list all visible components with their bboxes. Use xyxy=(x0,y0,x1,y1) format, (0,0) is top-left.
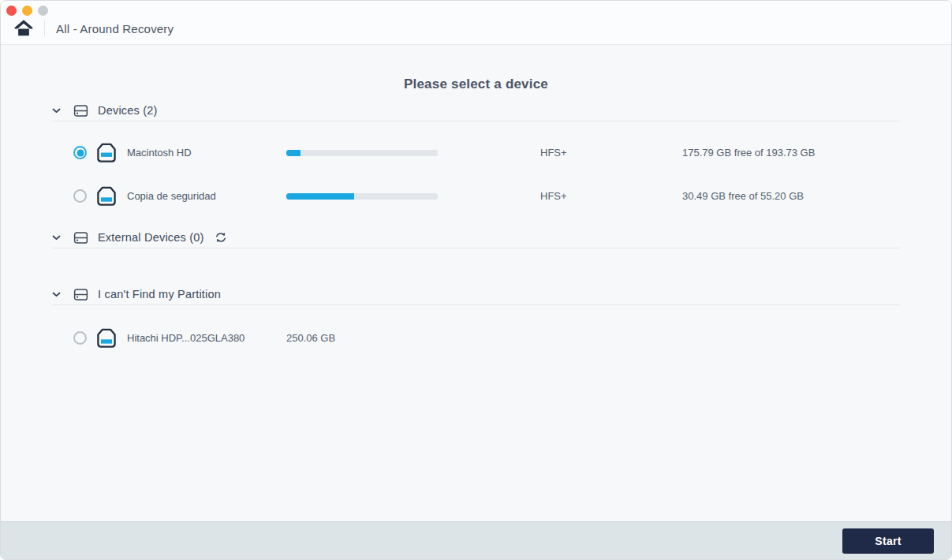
device-row-macintosh-hd[interactable]: Macintosh HD HFS+ 175.79 GB free of 193.… xyxy=(52,131,900,174)
usage-track xyxy=(286,150,438,156)
section-divider xyxy=(52,248,900,248)
window-title: All - Around Recovery xyxy=(56,22,174,35)
usage-bar xyxy=(286,150,540,156)
refresh-external-devices-button[interactable] xyxy=(215,231,227,244)
drive-outline-icon xyxy=(73,286,89,303)
collapse-external-chevron-icon[interactable] xyxy=(52,235,62,241)
app-window: All - Around Recovery Please select a de… xyxy=(0,0,952,560)
zoom-window-button[interactable] xyxy=(38,6,48,16)
device-name: Macintosh HD xyxy=(127,147,286,159)
titlebar: All - Around Recovery xyxy=(1,1,951,45)
collapse-devices-chevron-icon[interactable] xyxy=(52,108,62,114)
titlebar-divider xyxy=(44,21,45,36)
page-title: Please select a device xyxy=(52,75,900,94)
device-list: Macintosh HD HFS+ 175.79 GB free of 193.… xyxy=(52,121,900,218)
section-partition: I can't Find my Partition xyxy=(52,284,900,304)
usage-bar xyxy=(286,193,540,200)
device-name: Copia de seguridad xyxy=(127,190,286,202)
traffic-lights xyxy=(6,6,48,16)
radio-macintosh-hd[interactable] xyxy=(73,146,87,159)
partition-list: Hitachi HDP...025GLA380 250.06 GB xyxy=(52,305,900,360)
filesystem-label: HFS+ xyxy=(540,147,682,159)
filesystem-label: HFS+ xyxy=(540,190,682,202)
device-name: Hitachi HDP...025GLA380 xyxy=(127,332,286,344)
device-row-hitachi[interactable]: Hitachi HDP...025GLA380 250.06 GB xyxy=(52,316,900,360)
main-content: Please select a device Devices (2) xyxy=(1,45,951,521)
section-partition-label: I can't Find my Partition xyxy=(98,288,221,301)
section-external-label: External Devices (0) xyxy=(98,231,204,244)
drive-outline-icon xyxy=(73,230,89,246)
usage-fill xyxy=(286,193,354,200)
footer: Start xyxy=(1,521,951,559)
home-button[interactable] xyxy=(13,18,35,39)
close-window-button[interactable] xyxy=(6,6,17,16)
free-space-label: 30.49 GB free of 55.20 GB xyxy=(682,190,900,202)
start-button[interactable]: Start xyxy=(842,528,934,554)
hard-drive-icon xyxy=(95,327,118,350)
section-devices: Devices (2) xyxy=(52,100,900,121)
section-external-devices: External Devices (0) xyxy=(52,227,900,248)
radio-copia-de-seguridad[interactable] xyxy=(73,189,87,203)
home-icon xyxy=(14,20,33,37)
hard-drive-icon xyxy=(95,141,118,165)
hard-drive-icon xyxy=(95,185,118,208)
refresh-icon xyxy=(215,231,227,244)
free-space-label: 175.79 GB free of 193.73 GB xyxy=(682,147,900,159)
usage-fill xyxy=(286,150,301,156)
collapse-partition-chevron-icon[interactable] xyxy=(52,292,62,297)
device-row-copia-de-seguridad[interactable]: Copia de seguridad HFS+ 30.49 GB free of… xyxy=(52,174,900,218)
radio-hitachi[interactable] xyxy=(73,331,87,345)
minimize-window-button[interactable] xyxy=(22,6,32,16)
usage-track xyxy=(286,193,438,200)
partition-size-label: 250.06 GB xyxy=(286,332,540,344)
drive-outline-icon xyxy=(73,103,89,119)
section-devices-label: Devices (2) xyxy=(98,104,158,117)
